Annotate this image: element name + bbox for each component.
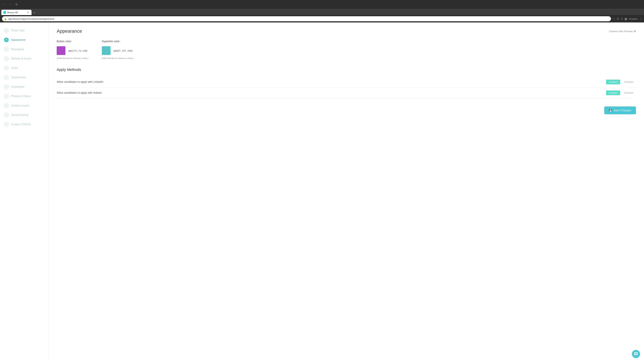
external-link-icon xyxy=(634,30,636,32)
website-social-label: Website & Social xyxy=(11,57,31,60)
sidebar-item-custom-css[interactable]: Custom CSS/JS xyxy=(0,120,48,129)
button-color-row: rgb(172, 73, 199) xyxy=(57,46,88,55)
messaging-icon xyxy=(4,47,9,52)
tab-bar: B Breezy HR ✕ + xyxy=(0,9,644,15)
chat-bubble[interactable] xyxy=(632,350,640,358)
sidebar-item-employees[interactable]: Employees xyxy=(0,82,48,91)
incognito-label: Incognito xyxy=(629,17,638,20)
linkedin-label: Allow candidates to apply with LinkedIn xyxy=(57,80,103,83)
svg-point-8 xyxy=(6,114,7,116)
sidebar-item-photos-videos[interactable]: Photos & Videos xyxy=(0,91,48,101)
active-tab[interactable]: B Breezy HR ✕ xyxy=(1,10,32,15)
sidebar: Portal Type Appearance Messaging xyxy=(0,22,49,362)
sidebar-item-testimonials[interactable]: Testimonials xyxy=(0,73,48,82)
custom-css-icon xyxy=(4,122,9,127)
save-label: Save Changes xyxy=(614,109,631,112)
svg-point-7 xyxy=(6,105,7,106)
employees-label: Employees xyxy=(11,85,24,88)
button-color-swatch[interactable] xyxy=(57,46,66,55)
careers-preview-link[interactable]: Careers Site Preview xyxy=(609,30,636,33)
appearance-icon xyxy=(4,37,9,42)
sidebar-item-portal-type[interactable]: Portal Type xyxy=(0,26,48,35)
address-bar[interactable]: 🔒 app.breezy.hr/app/c/moodjoy/portal/app… xyxy=(2,16,611,21)
perks-icon xyxy=(4,66,9,70)
portal-type-icon xyxy=(4,28,9,33)
chat-icon xyxy=(634,352,638,356)
button-color-value: rgb(172, 73, 199) xyxy=(68,49,88,52)
custom-css-label: Custom CSS/JS xyxy=(11,123,30,126)
tab-close-button[interactable]: ✕ xyxy=(26,11,30,14)
social-sharing-icon xyxy=(4,113,9,117)
sidebar-item-content-layout[interactable]: Content Layout xyxy=(0,101,48,110)
indeed-toggle-group: Enabled Disabled xyxy=(606,90,636,95)
button-color-hint: (Click the box to choose a color.) xyxy=(57,57,88,59)
portal-type-label: Portal Type xyxy=(11,29,25,32)
hyperlink-color-row: rgb(87, 197, 199) xyxy=(102,46,134,55)
tab-favicon: B xyxy=(3,11,6,14)
page-header: Appearance Careers Site Preview xyxy=(57,28,636,34)
testimonials-icon xyxy=(4,75,9,80)
apply-methods-section: Apply Methods Allow candidates to apply … xyxy=(57,67,636,98)
svg-point-0 xyxy=(6,30,8,31)
tab-title: Breezy HR xyxy=(8,11,18,14)
sidebar-item-social-sharing[interactable]: Social Sharing xyxy=(0,110,48,120)
save-btn-container: 💾 Save Changes xyxy=(57,106,636,114)
indeed-disabled-button[interactable]: Disabled xyxy=(622,90,636,95)
main-content: Appearance Careers Site Preview Button c… xyxy=(49,22,644,362)
page-layout: Portal Type Appearance Messaging xyxy=(0,22,644,362)
hyperlink-color-label: Hyperlink color: xyxy=(102,40,134,43)
photos-videos-icon xyxy=(4,94,9,98)
color-section: Button color: rgb(172, 73, 199) (Click t… xyxy=(57,40,636,59)
sidebar-item-website-social[interactable]: Website & Social xyxy=(0,54,48,63)
split-view-icon[interactable]: ▦ xyxy=(624,17,627,20)
website-social-icon xyxy=(4,56,9,61)
hyperlink-color-group: Hyperlink color: rgb(87, 197, 199) (Clic… xyxy=(102,40,134,59)
linkedin-disabled-button[interactable]: Disabled xyxy=(622,80,636,84)
address-bar-row: 🔒 app.breezy.hr/app/c/moodjoy/portal/app… xyxy=(0,15,644,22)
sidebar-item-appearance[interactable]: Appearance xyxy=(0,35,48,44)
hyperlink-color-hint: (Click the box to choose a color.) xyxy=(102,57,134,59)
svg-point-2 xyxy=(6,58,7,59)
content-layout-icon xyxy=(4,103,9,108)
hyperlink-color-swatch[interactable] xyxy=(102,46,110,55)
svg-point-5 xyxy=(6,86,7,88)
svg-point-9 xyxy=(6,124,7,125)
appearance-label: Appearance xyxy=(11,38,26,41)
reload-button[interactable]: ↻ xyxy=(14,2,19,7)
social-sharing-label: Social Sharing xyxy=(11,113,28,116)
perks-label: Perks xyxy=(11,66,18,69)
sidebar-item-perks[interactable]: Perks xyxy=(0,63,48,73)
address-bar-icons: ☆ ☷ ⇓ ▦ Incognito ⋮ xyxy=(613,17,642,20)
bookmark-icon[interactable]: ☆ xyxy=(613,17,615,20)
new-tab-button[interactable]: + xyxy=(32,10,36,15)
content-layout-label: Content Layout xyxy=(11,104,29,107)
svg-point-1 xyxy=(6,49,7,50)
indeed-enabled-button[interactable]: Enabled xyxy=(606,90,620,95)
save-icon: 💾 xyxy=(609,109,612,112)
indeed-label: Allow candidates to apply with Indeed xyxy=(57,91,102,94)
button-color-group: Button color: rgb(172, 73, 199) (Click t… xyxy=(57,40,88,59)
employees-icon xyxy=(4,84,9,89)
indeed-method-row: Allow candidates to apply with Indeed En… xyxy=(57,87,636,98)
download-icon[interactable]: ⇓ xyxy=(621,17,623,20)
save-button[interactable]: 💾 Save Changes xyxy=(604,106,636,114)
linkedin-enabled-button[interactable]: Enabled xyxy=(606,80,620,84)
testimonials-label: Testimonials xyxy=(11,76,26,79)
svg-point-6 xyxy=(6,95,7,97)
apply-methods-title: Apply Methods xyxy=(57,67,636,72)
url-text: app.breezy.hr/app/c/moodjoy/portal/appea… xyxy=(8,17,54,20)
page-title: Appearance xyxy=(57,28,82,34)
sidebar-item-messaging[interactable]: Messaging xyxy=(0,44,48,54)
svg-point-3 xyxy=(6,67,7,69)
menu-icon[interactable]: ⋮ xyxy=(639,17,642,20)
hyperlink-color-value: rgb(87, 197, 199) xyxy=(113,49,132,52)
browser-window-controls: ← → ↻ xyxy=(0,0,644,9)
linkedin-toggle-group: Enabled Disabled xyxy=(606,80,636,84)
linkedin-method-row: Allow candidates to apply with LinkedIn … xyxy=(57,77,636,87)
extensions-icon[interactable]: ☷ xyxy=(617,17,619,20)
forward-button[interactable]: → xyxy=(8,2,13,7)
photos-videos-label: Photos & Videos xyxy=(11,95,31,98)
back-button[interactable]: ← xyxy=(2,2,7,7)
button-color-label: Button color: xyxy=(57,40,88,43)
messaging-label: Messaging xyxy=(11,48,24,51)
